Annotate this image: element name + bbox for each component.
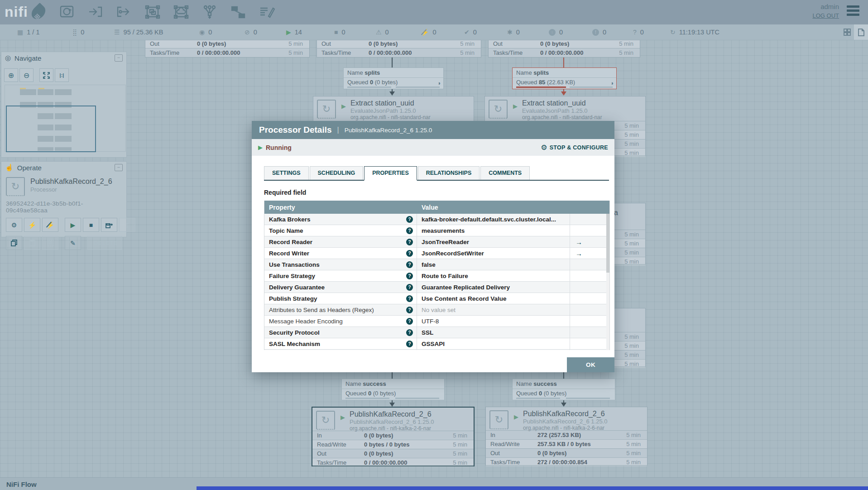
table-row[interactable]: Record Writer? JsonRecordSetWriter→ bbox=[264, 248, 609, 259]
template-component-icon[interactable] bbox=[229, 4, 247, 21]
table-row[interactable]: Failure Strategy? Route to Failure bbox=[264, 270, 609, 282]
help-icon[interactable]: ? bbox=[406, 273, 413, 279]
table-row[interactable]: SASL Mechanism? GSSAPI bbox=[264, 338, 609, 350]
tab-settings[interactable]: SETTINGS bbox=[264, 166, 309, 180]
table-row[interactable]: Security Protocol? SSL bbox=[264, 327, 609, 338]
zoom-fit-button[interactable] bbox=[39, 68, 53, 82]
bottom-scroll-indicator[interactable] bbox=[197, 486, 868, 490]
selected-component-type: Processor bbox=[30, 186, 112, 193]
goto-service-icon[interactable]: → bbox=[570, 250, 606, 257]
disable-button[interactable]: ⚡ bbox=[42, 218, 58, 232]
collapse-operate-button[interactable]: − bbox=[115, 164, 123, 171]
stop-button[interactable]: ■ bbox=[83, 218, 99, 232]
output-port-component-icon[interactable] bbox=[115, 4, 133, 21]
help-icon[interactable]: ? bbox=[406, 216, 413, 223]
collapse-navigate-button[interactable]: − bbox=[115, 54, 123, 62]
queue-count-bar-full bbox=[516, 86, 566, 88]
help-icon[interactable]: ? bbox=[406, 341, 413, 347]
breadcrumb-nifi-flow[interactable]: NiFi Flow bbox=[6, 480, 37, 488]
save-template-icon bbox=[106, 222, 113, 228]
table-row[interactable]: Message Header Encoding? UTF-8 bbox=[264, 316, 609, 327]
queue-count-bar bbox=[347, 86, 391, 88]
logout-link[interactable]: LOG OUT bbox=[812, 12, 839, 19]
selected-component-name: PublishKafkaRecord_2_6 bbox=[30, 177, 112, 186]
hand-icon: ☝ bbox=[5, 163, 14, 172]
copy-button[interactable] bbox=[6, 236, 22, 250]
table-row[interactable]: Attributes to Send as Headers (Regex)? N… bbox=[264, 304, 609, 316]
help-icon[interactable]: ? bbox=[406, 329, 413, 336]
processor-icon: ↻ bbox=[317, 100, 336, 119]
tab-properties[interactable]: PROPERTIES bbox=[364, 166, 417, 181]
funnel-component-icon[interactable] bbox=[201, 4, 219, 21]
goto-service-icon[interactable]: → bbox=[570, 238, 606, 246]
partial-processor-block[interactable]: Out0 (0 bytes)5 min Tasks/Time0 / 00:00:… bbox=[317, 38, 481, 58]
connection-arrowhead bbox=[389, 403, 395, 407]
connection-label-success[interactable]: Name success Queued 0 (0 bytes) bbox=[341, 379, 445, 400]
disabled-icon: ⚡ bbox=[421, 29, 429, 35]
tab-comments[interactable]: COMMENTS bbox=[480, 166, 530, 180]
processor-publishkafkarecord[interactable]: ↻ ▶ PublishKafkaRecord_2_6 PublishKafkaR… bbox=[485, 407, 647, 466]
zoom-actual-size-button[interactable]: |:| bbox=[55, 68, 69, 82]
help-icon[interactable]: ? bbox=[406, 261, 413, 268]
running-indicator-icon: ▶ bbox=[340, 414, 345, 421]
tab-scheduling[interactable]: SCHEDULING bbox=[310, 166, 364, 180]
configure-button[interactable]: ⚙ bbox=[6, 218, 22, 232]
not-transmitting-icon: ⊘ bbox=[245, 29, 250, 35]
minimap-viewport[interactable] bbox=[6, 106, 96, 152]
partial-processor-block[interactable]: Out0 (0 bytes)5 min Tasks/Time0 / 00:00:… bbox=[488, 38, 640, 58]
start-button[interactable]: ▶ bbox=[65, 218, 81, 232]
create-template-button[interactable] bbox=[101, 218, 117, 232]
help-icon[interactable]: ? bbox=[406, 295, 413, 302]
navigate-panel: ◎ Navigate − ⊕ ⊖ |:| bbox=[1, 52, 127, 158]
locally-modified-stale-icon: ! bbox=[592, 29, 599, 36]
birdseye-minimap[interactable] bbox=[5, 85, 126, 152]
fill-color-button[interactable]: ✎ bbox=[65, 236, 81, 250]
queue-size-bar bbox=[395, 398, 439, 399]
table-row[interactable]: Topic Name? measurements bbox=[264, 225, 609, 236]
enable-button[interactable]: ⚡ bbox=[24, 218, 40, 232]
partial-processor-block[interactable]: Out0 (0 bytes)5 min Tasks/Time0 / 00:00:… bbox=[145, 38, 310, 58]
help-icon[interactable]: ? bbox=[406, 250, 413, 257]
running-icon: ▶ bbox=[286, 29, 291, 35]
table-row[interactable]: Publish Strategy? Use Content as Record … bbox=[264, 293, 609, 304]
refresh-icon[interactable]: ↻ bbox=[670, 29, 676, 35]
connection-label-success[interactable]: Name success Queued 0 (0 bytes) bbox=[512, 379, 615, 400]
queue-size-bar bbox=[570, 86, 613, 88]
upload-template-button[interactable]: ↥ bbox=[119, 218, 135, 232]
connection-label-splits[interactable]: Name splits Queued 0 (0 bytes) ◑ bbox=[343, 67, 444, 89]
connection-label-splits-backpressure[interactable]: Name splits Queued 85 (22.63 KB) ◑ bbox=[512, 67, 617, 89]
table-row[interactable]: Kafka Brokers? kafka-broker-default.defa… bbox=[264, 214, 609, 225]
group-button[interactable] bbox=[42, 236, 58, 250]
summary-grid-button[interactable] bbox=[840, 24, 854, 40]
stop-and-configure-button[interactable]: ⚙ STOP & CONFIGURE bbox=[541, 143, 608, 152]
ok-button[interactable]: OK bbox=[567, 357, 614, 372]
table-row[interactable]: Kerberos Credentials Service? No value s… bbox=[264, 350, 609, 350]
remote-process-group-component-icon[interactable] bbox=[172, 4, 190, 21]
table-scrollbar[interactable] bbox=[606, 214, 609, 350]
help-icon[interactable]: ? bbox=[406, 284, 413, 291]
gear-icon: ⚙ bbox=[541, 143, 547, 152]
help-icon[interactable]: ? bbox=[406, 227, 413, 234]
label-component-icon[interactable] bbox=[258, 4, 276, 21]
input-port-component-icon[interactable] bbox=[86, 4, 105, 21]
help-icon[interactable]: ? bbox=[406, 239, 413, 245]
tab-relationships[interactable]: RELATIONSHIPS bbox=[418, 166, 480, 180]
page-view-button[interactable] bbox=[854, 24, 868, 40]
help-icon[interactable]: ? bbox=[406, 318, 413, 325]
table-row[interactable]: Delivery Guarantee? Guarantee Replicated… bbox=[264, 282, 609, 293]
help-icon[interactable]: ? bbox=[406, 307, 413, 313]
bolt-slash-icon: ⚡ bbox=[46, 221, 54, 229]
scrollbar-thumb[interactable] bbox=[606, 214, 609, 273]
global-menu-icon[interactable] bbox=[847, 5, 859, 18]
delete-button[interactable]: DELETE bbox=[87, 236, 122, 250]
paste-button[interactable] bbox=[24, 236, 40, 250]
processor-publishkafkarecord-selected[interactable]: ↻ ▶ PublishKafkaRecord_2_6 PublishKafkaR… bbox=[312, 407, 475, 466]
table-row[interactable]: Record Reader? JsonTreeReader→ bbox=[264, 236, 609, 248]
processor-component-icon[interactable] bbox=[58, 4, 76, 21]
table-row[interactable]: Use Transactions? false bbox=[264, 259, 609, 270]
zoom-out-button[interactable]: ⊖ bbox=[19, 68, 34, 82]
status-bar: ▦1 / 1 ⣿0 ☰95 / 25.36 KB ◉0 ⊘0 ▶14 ■0 ⚠0… bbox=[0, 24, 868, 40]
process-group-component-icon[interactable] bbox=[144, 4, 162, 21]
nifi-application: Out0 (0 bytes)5 min Tasks/Time0 / 00:00:… bbox=[0, 0, 868, 490]
zoom-in-button[interactable]: ⊕ bbox=[4, 68, 18, 82]
